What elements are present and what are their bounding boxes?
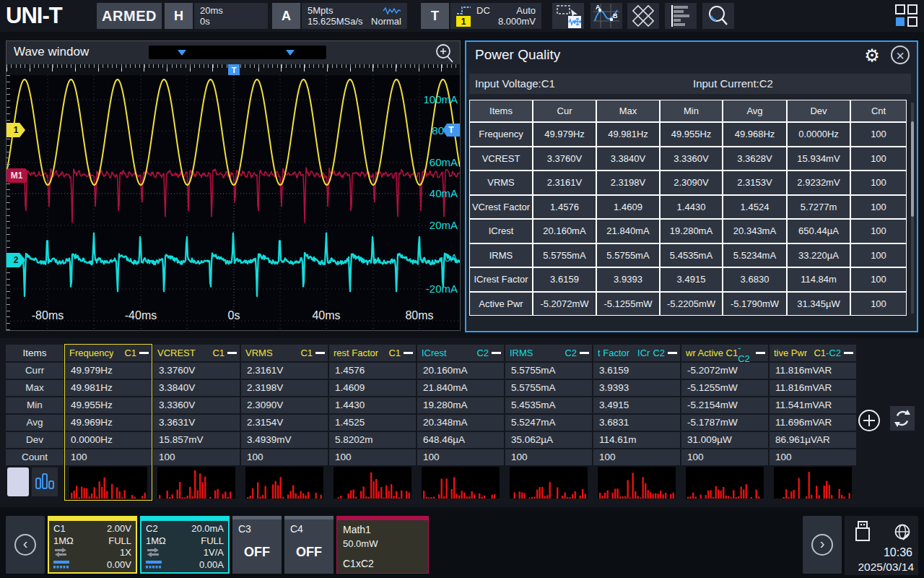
list-view-toggle-button[interactable]	[7, 467, 29, 496]
measurement-histogram[interactable]	[774, 467, 852, 499]
measurement-column[interactable]: tive PwrC1-C211.816mVAR11.816mVAR11.541m…	[770, 345, 856, 500]
select-move-tool-button[interactable]	[552, 3, 584, 29]
column-remove-dash[interactable]	[580, 352, 589, 354]
measurement-source: C1	[124, 348, 136, 358]
ab-curve-icon: A B	[593, 4, 619, 28]
trigger-menu-key[interactable]: T	[421, 3, 449, 29]
measurement-name: wr Active	[686, 348, 723, 358]
channel1-name: C1	[53, 523, 66, 534]
measurement-value: 100	[681, 449, 768, 465]
math1-scale: 50.0mW	[337, 537, 428, 551]
measurement-column-header[interactable]: t FactorICrC2	[593, 345, 680, 361]
close-icon[interactable]: ×	[891, 46, 910, 64]
measurement-column[interactable]: VCRESTC13.3760V3.3840V3.3360V3.3631V15.8…	[153, 345, 240, 500]
items-row-label: Count	[6, 449, 64, 465]
measurement-column[interactable]: FrequencyC149.979Hz49.981Hz49.955Hz49.96…	[65, 345, 152, 500]
measurement-histogram[interactable]	[422, 467, 500, 499]
trigger-settings[interactable]: DC Auto 1 8.000mV	[450, 3, 541, 29]
trigger-position-marker[interactable]: T	[228, 64, 240, 75]
measurement-histogram[interactable]	[598, 467, 676, 499]
measurement-histogram[interactable]	[334, 467, 411, 499]
channel2-card[interactable]: C220.0mA 1MΩFULL 1V/A 0.00A	[140, 516, 230, 574]
horizontal-position-ruler[interactable]: T	[6, 64, 460, 75]
measurement-column-header[interactable]: tive PwrC1-C2	[770, 345, 856, 361]
magnifier-icon	[707, 4, 730, 27]
measurement-column-header[interactable]: ICrestC2	[417, 345, 504, 361]
pq-data-row: VRMS2.3161V2.3198V2.3090V2.3153V2.9232mV…	[469, 171, 907, 195]
network-disabled-icon	[894, 523, 912, 542]
measurement-histogram[interactable]	[510, 467, 588, 499]
math1-position-badge[interactable]: M1	[6, 168, 27, 183]
input-voltage-label: Input Voltage:C1	[475, 77, 555, 90]
histogram-toggle-button[interactable]	[32, 467, 58, 496]
waveform-display[interactable]: -80ms-40ms0s40ms80ms 100mA60mA40mA20mA0A…	[6, 75, 460, 330]
settings-gear-icon[interactable]: ⚙	[862, 46, 882, 66]
pq-value-cell: -5.2072mW	[533, 292, 596, 316]
measurement-column[interactable]: ICrestC220.160mA21.840mA19.280mA20.348mA…	[417, 345, 504, 500]
acquire-menu-key[interactable]: A	[272, 3, 300, 29]
scroll-left-button[interactable]: ‹	[6, 516, 45, 574]
pq-value-cell: 3.4915	[660, 267, 723, 292]
search-button[interactable]	[702, 3, 734, 29]
measurement-column[interactable]: VRMSC12.3161V2.3198V2.3090V2.3154V3.4939…	[241, 345, 328, 500]
measurement-column-header[interactable]: VCRESTC1	[153, 345, 240, 361]
pq-value-cell: 49.955Hz	[660, 122, 723, 147]
items-row-label: Max	[6, 380, 64, 396]
window-layout-button[interactable]	[895, 4, 918, 27]
power-quality-header: Power Quality ⚙ ×	[466, 42, 917, 69]
measurement-column[interactable]: IRMSC25.5755mA5.5755mA5.4535mA5.5247mA35…	[505, 345, 592, 500]
add-measurement-button[interactable]	[858, 409, 881, 432]
column-remove-dash[interactable]	[492, 352, 501, 354]
reset-statistics-button[interactable]	[890, 406, 915, 431]
pq-value-cell: 21.840mA	[596, 219, 660, 243]
horizontal-menu-key[interactable]: H	[165, 3, 193, 29]
pq-data-row: VCREST3.3760V3.3840V3.3360V3.3628V15.934…	[469, 147, 907, 171]
table-scrollbar[interactable]	[911, 103, 914, 314]
measurement-value: 5.5755mA	[505, 363, 592, 379]
histogram-view-button[interactable]	[665, 3, 697, 29]
channel1-color-strip	[49, 517, 136, 521]
acquire-settings[interactable]: 5Mpts 15.625MSa/s Normal	[302, 3, 407, 29]
pq-value-cell: 100	[850, 243, 907, 268]
column-remove-dash[interactable]	[404, 352, 413, 354]
measurement-column-header[interactable]: wr ActiveC1-C2	[681, 345, 768, 361]
pq-value-cell: 2.3153V	[723, 171, 787, 195]
horizontal-settings[interactable]: 20ms 0s	[194, 3, 268, 29]
column-remove-dash[interactable]	[315, 352, 325, 354]
measurement-value: 11.816mVAR	[770, 380, 856, 396]
scroll-right-button[interactable]: ›	[803, 516, 842, 574]
measure-tools-button[interactable]	[627, 3, 659, 29]
channel3-card[interactable]: C3 OFF	[232, 516, 282, 574]
column-remove-dash[interactable]	[227, 352, 237, 354]
measurement-value: 2.3090V	[241, 397, 328, 413]
pq-item-label: IRMS	[469, 243, 533, 268]
pq-data-row: Frequency49.979Hz49.981Hz49.955Hz49.968H…	[469, 122, 907, 147]
pq-header-row: ItemsCurMaxMinAvgDevCnt	[469, 100, 907, 122]
column-remove-dash[interactable]	[139, 352, 149, 354]
measurement-column-header[interactable]: rest FactorC1	[329, 345, 416, 361]
measurement-column[interactable]: rest FactorC11.45761.46091.44301.45255.8…	[329, 345, 416, 500]
pq-data-row: Active Pwr-5.2072mW-5.1255mW-5.2205mW-5.…	[469, 292, 907, 316]
ab-cursor-button[interactable]: A B	[590, 3, 622, 29]
scrollbar-thumb[interactable]	[911, 121, 914, 217]
column-remove-dash[interactable]	[756, 352, 765, 354]
zoom-in-button[interactable]	[434, 43, 456, 67]
measurement-column[interactable]: wr ActiveC1-C2-5.2072mW-5.1255mW-5.2154m…	[681, 345, 768, 500]
wave-source-dropdown[interactable]	[149, 46, 326, 59]
measurement-column-header[interactable]: IRMSC2	[505, 345, 592, 361]
trigger-level-tick-label: 80	[432, 124, 444, 137]
math1-card[interactable]: Math1 50.0mW C1xC2	[336, 516, 429, 574]
measurement-column-header[interactable]: FrequencyC1	[65, 345, 152, 361]
measurement-histogram[interactable]	[157, 467, 235, 499]
measurement-column[interactable]: t FactorICrC23.61593.93933.49153.6831114…	[593, 345, 680, 500]
channel4-card[interactable]: C4 OFF	[284, 516, 334, 574]
measurement-histogram[interactable]	[245, 467, 323, 499]
column-remove-dash[interactable]	[668, 352, 677, 354]
channel1-card[interactable]: C12.00V 1MΩFULL 1X 0.00V	[48, 516, 137, 574]
measurement-histogram[interactable]	[69, 467, 147, 499]
measurement-column-header[interactable]: VRMSC1	[241, 345, 328, 361]
channel2-color-strip	[141, 517, 228, 521]
measurement-histogram[interactable]	[686, 467, 764, 499]
bandwidth-limit-icon	[146, 561, 162, 569]
column-remove-dash[interactable]	[844, 352, 853, 354]
